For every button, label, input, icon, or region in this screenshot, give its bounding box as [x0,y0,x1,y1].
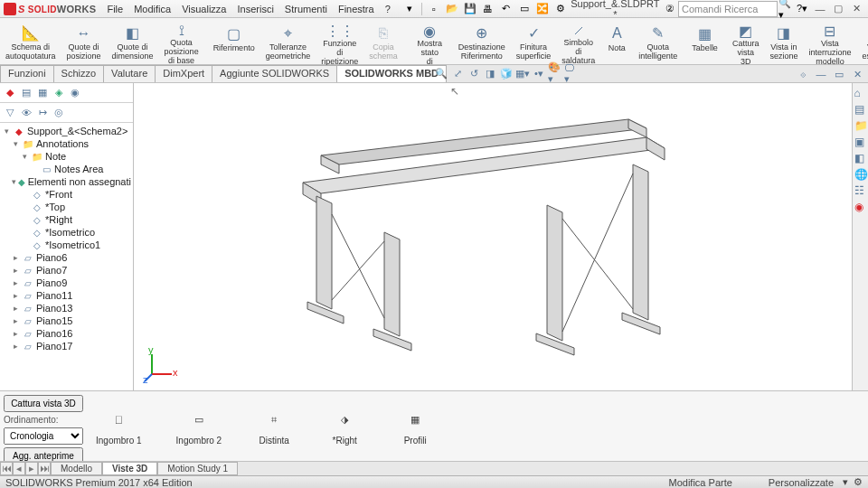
open-icon[interactable]: 📂 [444,1,460,17]
tab-valutare[interactable]: Valutare [103,65,156,82]
tree-item[interactable]: ◇*Isometrico1 [2,239,131,251]
model-canvas[interactable] [134,83,852,390]
view-thumb[interactable]: ⌗Distinta [256,407,292,446]
display-style-icon[interactable]: ▦▾ [515,66,530,80]
view-thumb[interactable]: ▦Profili [397,407,433,446]
tree-item[interactable]: ▸▱Piano11 [2,289,131,302]
tree-item[interactable]: ▸▱Piano6 [2,251,131,264]
capture-3d-view-button[interactable]: Cattura vista 3D [4,395,83,412]
filter-icon[interactable]: ▽ [3,106,17,120]
status-flag-icon[interactable]: ▾ [843,476,848,488]
tab-solidworks-mbd[interactable]: SOLIDWORKS MBD [336,65,447,82]
home-icon[interactable]: ⌂ [854,87,867,99]
print-icon[interactable]: 🖶 [480,1,496,17]
tree-item[interactable]: ▾◆Elementi non assegnati [2,175,131,188]
config-tab-icon[interactable]: ▦ [35,86,50,100]
new-icon[interactable]: ▾ [401,1,418,17]
tab-nav-next[interactable]: ▸ [25,462,38,475]
doc-min-icon[interactable]: — [814,67,828,81]
property-tab-icon[interactable]: ▤ [19,86,33,100]
ribbon-quote-di[interactable]: ↔Quote diposizione [61,20,107,64]
tab-schizzo[interactable]: Schizzo [53,65,105,82]
tree-item[interactable]: ◇*Front [2,188,131,201]
ribbon-riferimento[interactable]: ▢Riferimento [208,20,260,64]
scene-icon[interactable]: 🎨▾ [548,66,562,80]
status-gear-icon[interactable]: ⚙ [854,476,863,488]
ribbon-quote-di[interactable]: ◧Quote didimensione [107,20,159,64]
tree-item[interactable]: ◇*Top [2,201,131,213]
menu-modifica[interactable]: Modifica [128,4,176,14]
zoom-area-icon[interactable]: ⤢ [450,66,465,80]
ribbon-vista[interactable]: ✶Vistaesplosa [856,20,868,64]
explorer-icon[interactable]: ▣ [854,136,867,148]
select-icon[interactable]: ▭ [516,1,533,17]
library-icon[interactable]: 📁 [854,119,867,132]
view-thumb[interactable]: ⬗*Right [326,407,363,446]
search-go-icon[interactable]: 🔍▾ [778,1,794,17]
tree-item[interactable]: ◇*Isometrico [2,226,131,239]
feature-tree[interactable]: ▾◆ Support_&<Schema2> ▾📁Annotations▾📁Not… [0,123,133,390]
close-button[interactable]: ✕ [848,3,864,15]
doc-close-icon[interactable]: ✕ [850,67,864,81]
forum-icon[interactable]: ◉ [854,201,867,213]
view-settings-icon[interactable]: 🖵▾ [564,66,579,80]
tab-nav-first[interactable]: ⏮ [0,462,13,475]
command-search[interactable]: Comandi Ricerca [678,1,778,17]
menu-inserisci[interactable]: Inserisci [231,4,278,14]
prev-view-icon[interactable]: ↺ [467,66,481,80]
display-tab-icon[interactable]: ◉ [68,86,82,100]
view-orient-icon[interactable]: 🧊 [499,66,514,80]
ribbon-funzione-di[interactable]: ⋮⋮Funzione diripetizione [316,20,363,64]
tab-nav-prev[interactable]: ◂ [13,462,25,475]
rebuild-icon[interactable]: 🔀 [534,1,551,17]
tab-aggiunte-solidworks[interactable]: Aggiunte SOLIDWORKS [212,65,337,82]
menu-visualizza[interactable]: Visualizza [176,4,231,14]
undo-icon[interactable]: ↶ [498,1,514,17]
section-view-icon[interactable]: ◨ [483,66,497,80]
ribbon-mostra-stato[interactable]: ◉Mostra statodi tolleranza [407,20,453,64]
tree-item[interactable]: ▸▱Piano13 [2,302,131,314]
ribbon-tabelle[interactable]: ▦Tabelle [686,20,723,64]
tab-nav-last[interactable]: ⏭ [38,462,51,475]
menu-file[interactable]: File [101,4,128,14]
doc-link-icon[interactable]: ⟐ [796,67,810,81]
ribbon-simbolo-di[interactable]: ⟋Simbolo disaldatura [556,20,600,64]
maximize-button[interactable]: ▢ [830,3,846,15]
tree-item[interactable]: ▸▱Piano9 [2,277,131,289]
eye-icon[interactable]: 👁 [19,106,33,120]
menu-finestra[interactable]: Finestra [333,4,380,14]
tree-root[interactable]: ▾◆ Support_&<Schema2> [2,125,131,137]
tab-funzioni[interactable]: Funzioni [0,65,54,82]
ribbon-quota-posizione-di-base[interactable]: ⟟Quota posizione di base [159,20,204,64]
options-icon[interactable]: ⚙ [552,1,569,17]
graphics-viewport[interactable]: y x z ↖ [134,83,852,390]
ribbon-quota[interactable]: ✎Quotaintelligente [633,20,683,64]
save-icon[interactable]: 💾 [462,1,478,17]
tree-item[interactable]: ▸▱Piano7 [2,264,131,277]
tree-item[interactable]: ◇*Right [2,213,131,226]
tree-item[interactable]: ▸▱Piano15 [2,314,131,327]
resources-icon[interactable]: ▤ [854,103,867,116]
help-icon[interactable]: ?▾ [794,1,810,17]
menu-strumenti[interactable]: Strumenti [279,4,333,14]
ribbon-schema-di[interactable]: 📐Schema diautoquotatura [0,20,61,64]
view-palette-icon[interactable]: ◧ [854,152,867,164]
menu-?[interactable]: ? [380,4,396,14]
view-thumb[interactable]: ▭Ingombro 2 [176,407,222,446]
fm-tab-icon[interactable]: ◆ [3,86,17,100]
tree-item[interactable]: ▾📁Note [2,150,131,163]
tab-dimxpert[interactable]: DimXpert [155,65,212,82]
tree-item[interactable]: ▭Notes Area [2,163,131,175]
arrow-icon[interactable]: ↦ [35,106,50,120]
minimize-button[interactable]: — [812,3,828,15]
dimxpert-tab-icon[interactable]: ◈ [52,86,66,100]
btab-viste-3d[interactable]: Viste 3D [102,462,157,475]
ribbon-tolleranze[interactable]: ⌖Tolleranzegeometriche [260,20,316,64]
new-doc-icon[interactable]: ▫ [426,1,442,17]
search-type-icon[interactable]: ② [662,1,678,17]
ribbon-cattura[interactable]: ◩Catturavista 3D [727,20,765,64]
tree-item[interactable]: ▾📁Annotations [2,137,131,150]
btab-motion-study-1[interactable]: Motion Study 1 [157,462,238,475]
tree-item[interactable]: ▸▱Piano17 [2,340,131,352]
ribbon-vista-interruzione[interactable]: ⊟Vista interruzionemodello [803,20,856,64]
